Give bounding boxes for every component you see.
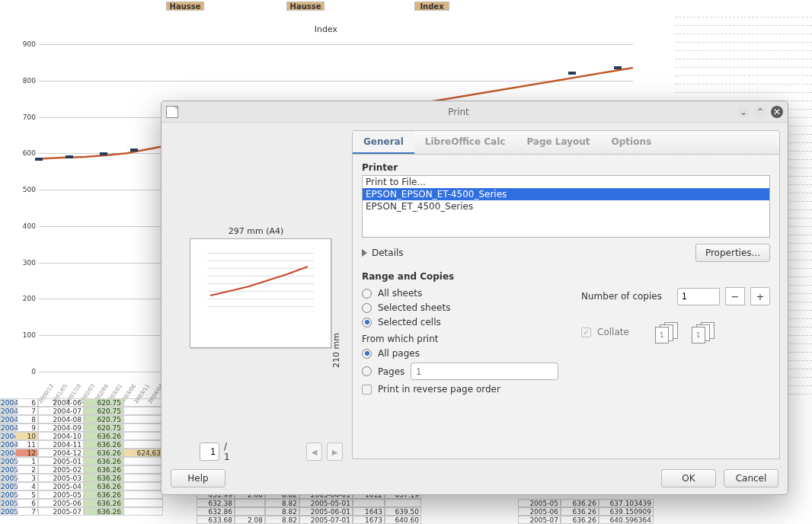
cell: 639.150909	[599, 507, 654, 516]
details-label: Details	[372, 248, 404, 258]
range-section-label: Range and Copies	[362, 271, 770, 282]
cell: 2005-06	[38, 499, 84, 507]
properties-button[interactable]: Properties...	[695, 244, 770, 262]
radio-icon	[362, 366, 372, 376]
cell	[123, 474, 163, 482]
cell: 636.26	[561, 499, 599, 507]
radio-selected-sheets[interactable]: Selected sheets	[362, 302, 560, 313]
cell: 2004	[0, 398, 15, 407]
radio-selected-cells[interactable]: Selected cells	[362, 317, 560, 328]
collate-checkbox-icon	[581, 328, 591, 337]
cell: 8	[15, 415, 38, 423]
tab-general[interactable]: General	[353, 131, 414, 154]
cell: 2005-06-01	[299, 507, 353, 516]
details-toggle[interactable]: Details	[362, 248, 404, 258]
radio-all-pages[interactable]: All pages	[362, 348, 560, 359]
cell	[123, 440, 163, 449]
cell: 1643	[353, 507, 385, 516]
cell: 620.75	[84, 415, 123, 423]
cell: 2005	[0, 465, 15, 474]
cell: 6	[15, 398, 38, 407]
cell: 2004-09	[38, 423, 84, 432]
pages-input[interactable]	[411, 363, 558, 380]
cell	[123, 457, 163, 465]
close-icon[interactable]: ✕	[771, 106, 783, 118]
copies-label: Number of copies	[581, 291, 662, 302]
cell: 2004-10	[38, 432, 84, 440]
cell: 632.38	[197, 499, 235, 507]
dialog-title: Print	[184, 107, 733, 117]
paper-height-label: 210 mm	[331, 333, 341, 368]
y-tick-label: 600	[16, 149, 36, 157]
cell: 2004	[0, 432, 15, 440]
y-tick-label: 200	[16, 295, 36, 302]
cell: 636.26	[84, 499, 123, 507]
y-tick-label: 700	[16, 113, 36, 121]
page-navigation: / 1 ◀ ▶	[200, 441, 343, 462]
cell: 8.82	[265, 507, 299, 516]
printer-item[interactable]: EPSON_EPSON_ET-4500_Series	[363, 188, 769, 200]
printer-item[interactable]: EPSON_ET_4500_Series	[363, 200, 769, 212]
printer-item[interactable]: Print to File...	[363, 176, 769, 188]
cell: 636.26	[84, 440, 123, 449]
print-preview-pane: 297 mm (A4) / 1 ◀ ▶	[169, 130, 343, 462]
cell	[353, 499, 385, 507]
tab-calc[interactable]: LibreOffice Calc	[414, 131, 516, 154]
cell: 2005-07-01	[299, 516, 353, 524]
cell: 1673	[353, 516, 385, 524]
cell: 1	[15, 457, 38, 465]
cell: 2005	[0, 474, 15, 482]
collate-label: Collate	[597, 327, 629, 337]
radio-all-sheets[interactable]: All sheets	[362, 288, 560, 299]
help-button[interactable]: Help	[171, 469, 225, 487]
reverse-order-checkbox[interactable]: Print in reverse page order	[362, 384, 560, 395]
y-tick-label: 300	[16, 259, 36, 267]
cell: 640.60	[385, 516, 421, 524]
ok-button[interactable]: OK	[661, 469, 716, 487]
prev-page-button[interactable]: ◀	[306, 443, 322, 461]
cell: 7	[15, 507, 38, 516]
dialog-titlebar[interactable]: Print ⌄ ⌃ ✕	[161, 101, 788, 123]
cell: 636.26	[561, 507, 599, 516]
page-number-input[interactable]	[200, 443, 219, 461]
cell: 636.26	[84, 465, 123, 474]
page-total-label: / 1	[224, 441, 235, 462]
cell: 2004-12	[38, 449, 84, 457]
cell: 2004-07	[38, 407, 84, 415]
cell: 636.26	[84, 507, 123, 516]
cell: 2005-07	[38, 507, 84, 516]
cell: 2004	[0, 415, 15, 423]
cell: 2005	[0, 499, 15, 507]
cell: 5	[15, 490, 38, 499]
cell	[235, 499, 265, 507]
y-tick-label: 0	[16, 368, 36, 375]
next-page-button[interactable]: ▶	[327, 443, 343, 461]
cell: 620.75	[84, 423, 123, 432]
chart-title: Index	[10, 24, 642, 34]
radio-pages[interactable]: Pages	[362, 363, 560, 380]
cell: 2005-01	[38, 457, 84, 465]
copies-input[interactable]	[677, 288, 720, 305]
radio-icon	[362, 289, 372, 299]
copies-decrement[interactable]: −	[725, 287, 745, 305]
cell: 2	[15, 465, 38, 474]
copies-increment[interactable]: +	[750, 287, 770, 305]
column-header: Hausse	[286, 2, 324, 11]
column-header: Hausse	[166, 2, 204, 11]
printer-list[interactable]: Print to File...EPSON_EPSON_ET-4500_Seri…	[362, 175, 770, 238]
cell	[235, 507, 265, 516]
cancel-button[interactable]: Cancel	[724, 469, 778, 487]
tab-options[interactable]: Options	[601, 131, 663, 154]
from-which-label: From which print	[362, 334, 560, 344]
cell: 2004	[0, 407, 15, 415]
cell: 8.82	[265, 516, 299, 524]
cell: 2004-08	[38, 415, 84, 423]
minimize-icon[interactable]: ⌄	[737, 106, 750, 118]
cell: 640.596364	[599, 516, 654, 524]
cell: 636.26	[84, 449, 123, 457]
chevron-right-icon	[362, 249, 367, 257]
tab-page-layout[interactable]: Page Layout	[516, 131, 600, 154]
maximize-icon[interactable]: ⌃	[754, 106, 766, 118]
cell: 2004-06	[38, 398, 84, 407]
y-tick-label: 100	[16, 331, 36, 339]
